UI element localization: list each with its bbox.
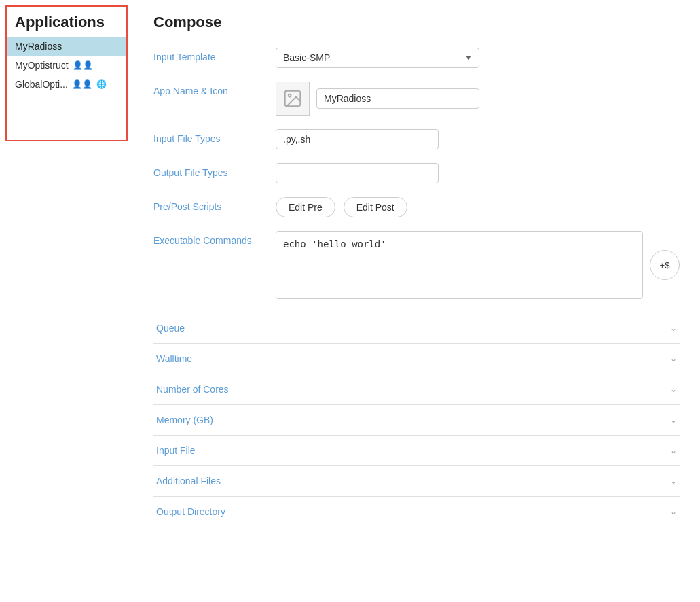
executable-commands-label: Executable Commands [153,231,276,246]
output-directory-header[interactable]: Output Directory ⌄ [153,497,680,527]
memory-gb-label: Memory (GB) [156,414,213,425]
output-file-types-label: Output File Types [153,163,276,178]
page-title: Compose [153,14,680,31]
input-file-section: Input File ⌄ [153,435,680,465]
chevron-down-icon: ⌄ [670,476,677,486]
sidebar-item-label: GlobalOpti... [15,79,68,90]
output-file-types-input[interactable] [276,163,439,183]
number-of-cores-label: Number of Cores [156,384,229,395]
sidebar-title: Applications [7,7,126,37]
number-of-cores-header[interactable]: Number of Cores ⌄ [153,374,680,404]
chevron-down-icon: ⌄ [670,323,677,333]
output-file-types-row: Output File Types [153,163,680,183]
queue-section: Queue ⌄ [153,313,680,343]
queue-label: Queue [156,323,185,334]
image-icon [282,88,303,109]
exec-control-wrapper: +$ [276,231,680,299]
input-template-select[interactable]: Basic-SMP MPI OpenMP [276,48,479,68]
input-template-control: Basic-SMP MPI OpenMP ▼ [276,48,680,68]
app-name-label: App Name & Icon [153,82,276,96]
output-file-types-control [276,163,680,183]
input-file-types-label: Input File Types [153,129,276,144]
app-name-control [276,82,680,116]
chevron-down-icon: ⌄ [670,385,677,394]
walltime-section: Walltime ⌄ [153,343,680,374]
pre-post-scripts-control: Edit Pre Edit Post [276,197,680,217]
chevron-down-icon: ⌄ [670,415,677,425]
output-directory-label: Output Directory [156,506,225,517]
sidebar-item-myoptistruct[interactable]: MyOptistruct 👤👤 [7,56,126,75]
input-file-types-row: Input File Types [153,129,680,149]
output-directory-section: Output Directory ⌄ [153,496,680,527]
app-name-inner [276,82,680,116]
additional-files-header[interactable]: Additional Files ⌄ [153,466,680,496]
sidebar-item-globalopti[interactable]: GlobalOpti... 👤👤 🌐 [7,75,126,94]
users-icon: 👤👤 [73,60,93,70]
main-content: Compose Input Template Basic-SMP MPI Ope… [133,0,700,602]
memory-gb-header[interactable]: Memory (GB) ⌄ [153,405,680,435]
additional-files-section: Additional Files ⌄ [153,465,680,496]
additional-files-label: Additional Files [156,476,221,486]
input-file-header[interactable]: Input File ⌄ [153,436,680,465]
edit-pre-button[interactable]: Edit Pre [276,197,335,217]
sidebar-item-label: MyOptistruct [15,60,69,71]
memory-gb-section: Memory (GB) ⌄ [153,404,680,435]
edit-post-button[interactable]: Edit Post [344,197,407,217]
app-icon-placeholder[interactable] [276,82,310,116]
app-name-row: App Name & Icon [153,82,680,116]
chevron-down-icon: ⌄ [670,446,677,455]
svg-point-1 [289,94,291,97]
walltime-header[interactable]: Walltime ⌄ [153,344,680,374]
input-template-row: Input Template Basic-SMP MPI OpenMP ▼ [153,48,680,68]
input-template-dropdown-wrapper: Basic-SMP MPI OpenMP ▼ [276,48,479,68]
sidebar: Applications MyRadioss MyOptistruct 👤👤 G… [5,5,128,141]
queue-header[interactable]: Queue ⌄ [153,313,680,343]
executable-commands-textarea[interactable] [276,231,643,299]
collapsible-sections: Queue ⌄ Walltime ⌄ Number of Cores ⌄ Mem… [153,313,680,527]
pre-post-scripts-label: Pre/Post Scripts [153,197,276,212]
globe-icon: 🌐 [96,79,107,89]
number-of-cores-section: Number of Cores ⌄ [153,374,680,404]
plus-dollar-button[interactable]: +$ [650,250,680,280]
executable-commands-row: Executable Commands +$ [153,231,680,299]
input-template-label: Input Template [153,48,276,63]
input-file-label: Input File [156,445,196,456]
sidebar-item-label: MyRadioss [15,41,62,52]
input-file-types-input[interactable] [276,129,439,149]
input-file-types-control [276,129,680,149]
sidebar-item-myradioss[interactable]: MyRadioss [7,37,126,56]
chevron-down-icon: ⌄ [670,354,677,364]
chevron-down-icon: ⌄ [670,507,677,516]
walltime-label: Walltime [156,353,192,364]
app-name-input[interactable] [316,88,479,109]
users-icon-2: 👤👤 [72,79,92,89]
pre-post-scripts-row: Pre/Post Scripts Edit Pre Edit Post [153,197,680,217]
